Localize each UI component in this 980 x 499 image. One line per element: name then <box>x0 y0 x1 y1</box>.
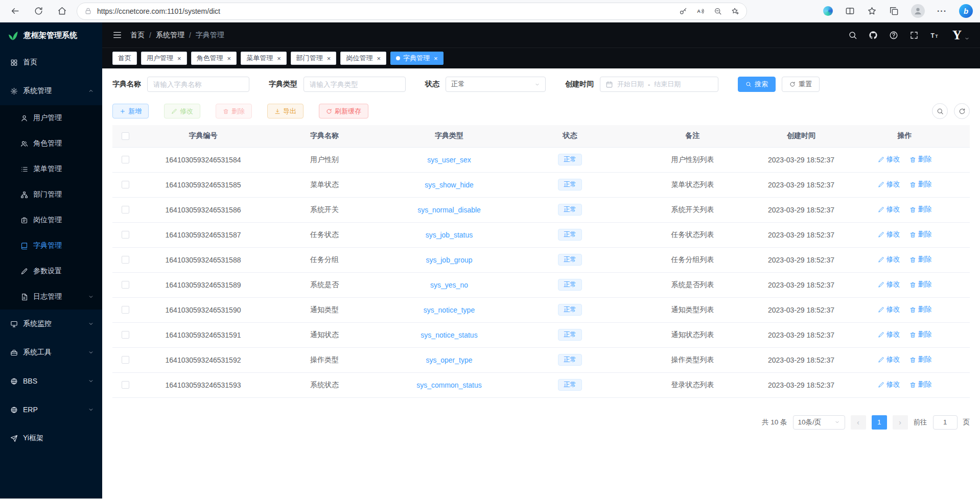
dict-type-link[interactable]: sys_normal_disable <box>417 206 481 214</box>
sidebar-item-system[interactable]: 系统管理 <box>0 77 102 105</box>
password-key-icon[interactable] <box>679 7 687 15</box>
tab-home[interactable]: 首页 <box>112 52 137 65</box>
dict-type-link[interactable]: sys_notice_status <box>421 331 477 339</box>
row-checkbox[interactable] <box>122 356 129 364</box>
browser-back-button[interactable] <box>6 3 24 20</box>
bing-chat-button[interactable]: b <box>959 4 973 18</box>
tab-close-icon[interactable]: × <box>177 55 181 62</box>
row-edit-button[interactable]: 修改 <box>878 230 900 239</box>
row-delete-button[interactable]: 删除 <box>909 205 932 214</box>
sidebar-item-dict[interactable]: 字典管理 <box>0 233 102 258</box>
date-range-picker[interactable]: 开始日期 - 结束日期 <box>600 77 718 92</box>
row-checkbox[interactable] <box>122 206 129 213</box>
dict-name-input[interactable] <box>147 77 249 92</box>
refresh-cache-button[interactable]: 刷新缓存 <box>319 104 368 118</box>
sidebar-item-user[interactable]: 用户管理 <box>0 105 102 131</box>
favorites-star-icon[interactable] <box>867 6 877 16</box>
split-screen-icon[interactable] <box>845 6 855 16</box>
prev-page-button[interactable]: ‹ <box>851 415 866 430</box>
dict-type-link[interactable]: sys_job_group <box>426 256 472 264</box>
user-menu[interactable]: Y <box>952 29 970 41</box>
tab-close-icon[interactable]: × <box>327 55 331 62</box>
row-delete-button[interactable]: 删除 <box>909 355 932 364</box>
sidebar-item-erp[interactable]: ERP <box>0 395 102 424</box>
dict-type-input[interactable] <box>304 77 406 92</box>
sidebar-item-monitor[interactable]: 系统监控 <box>0 310 102 338</box>
tab-dept[interactable]: 部门管理× <box>291 52 337 65</box>
edit-button[interactable]: 修改 <box>164 104 200 118</box>
tab-close-icon[interactable]: × <box>434 55 438 62</box>
refresh-table-button[interactable] <box>954 103 970 119</box>
dict-type-link[interactable]: sys_common_status <box>416 381 482 389</box>
breadcrumb-item-home[interactable]: 首页 <box>130 31 145 40</box>
help-button[interactable] <box>889 31 898 40</box>
tab-role[interactable]: 角色管理× <box>191 52 237 65</box>
row-edit-button[interactable]: 修改 <box>878 205 900 214</box>
dict-type-link[interactable]: sys_user_sex <box>427 156 471 164</box>
row-edit-button[interactable]: 修改 <box>878 330 900 339</box>
select-all-checkbox[interactable] <box>122 132 129 140</box>
tab-post[interactable]: 岗位管理× <box>340 52 386 65</box>
add-favorite-icon[interactable] <box>731 7 739 15</box>
fullscreen-button[interactable] <box>909 31 919 40</box>
sidebar-item-home[interactable]: 首页 <box>0 48 102 77</box>
status-select[interactable]: 正常 <box>446 77 546 92</box>
sidebar-item-post[interactable]: 岗位管理 <box>0 207 102 233</box>
sidebar-item-menu[interactable]: 菜单管理 <box>0 156 102 182</box>
row-edit-button[interactable]: 修改 <box>878 155 900 164</box>
github-button[interactable] <box>869 31 878 40</box>
dict-type-link[interactable]: sys_yes_no <box>430 281 468 289</box>
row-delete-button[interactable]: 删除 <box>909 155 932 164</box>
row-edit-button[interactable]: 修改 <box>878 380 900 389</box>
browser-home-button[interactable] <box>53 3 71 20</box>
row-delete-button[interactable]: 删除 <box>909 380 932 389</box>
add-button[interactable]: 新增 <box>112 104 149 118</box>
sidebar-item-yiframe[interactable]: Yi框架 <box>0 424 102 453</box>
row-checkbox[interactable] <box>122 381 129 389</box>
tab-user[interactable]: 用户管理× <box>141 52 187 65</box>
row-edit-button[interactable]: 修改 <box>878 255 900 264</box>
row-checkbox[interactable] <box>122 331 129 339</box>
next-page-button[interactable]: › <box>893 415 908 430</box>
sidebar-item-config[interactable]: 参数设置 <box>0 258 102 284</box>
row-checkbox[interactable] <box>122 231 129 239</box>
row-delete-button[interactable]: 删除 <box>909 305 932 314</box>
sidebar-item-log[interactable]: 日志管理 <box>0 284 102 310</box>
row-checkbox[interactable] <box>122 181 129 188</box>
tab-dict[interactable]: 字典管理× <box>390 52 444 65</box>
sidebar-item-bbs[interactable]: BBS <box>0 367 102 395</box>
row-checkbox[interactable] <box>122 256 129 264</box>
row-delete-button[interactable]: 删除 <box>909 230 932 239</box>
dict-type-link[interactable]: sys_notice_type <box>424 306 475 314</box>
dict-type-link[interactable]: sys_job_status <box>426 231 473 239</box>
tab-close-icon[interactable]: × <box>227 55 231 62</box>
read-aloud-icon[interactable] <box>696 7 705 15</box>
sidebar-item-tool[interactable]: 系统工具 <box>0 338 102 367</box>
dict-type-link[interactable]: sys_show_hide <box>425 181 474 189</box>
row-checkbox[interactable] <box>122 156 129 163</box>
page-number-button[interactable]: 1 <box>872 415 887 430</box>
row-edit-button[interactable]: 修改 <box>878 280 900 289</box>
font-size-button[interactable] <box>930 31 939 40</box>
reset-button[interactable]: 重置 <box>782 77 820 92</box>
toggle-search-button[interactable] <box>932 103 948 119</box>
browser-profile-button[interactable] <box>911 4 925 18</box>
sidebar-toggle-button[interactable] <box>112 30 122 40</box>
goto-page-input[interactable] <box>933 415 958 430</box>
extension-icon[interactable] <box>823 6 833 16</box>
page-size-select[interactable]: 10条/页 <box>793 415 845 430</box>
browser-menu-button[interactable]: ··· <box>937 7 947 16</box>
row-checkbox[interactable] <box>122 306 129 314</box>
breadcrumb-item-system[interactable]: 系统管理 <box>156 31 184 40</box>
export-button[interactable]: 导出 <box>267 104 304 118</box>
address-bar[interactable]: https://ccnetcore.com:1101/system/dict <box>77 3 747 20</box>
dict-type-link[interactable]: sys_oper_type <box>426 356 472 364</box>
row-delete-button[interactable]: 删除 <box>909 330 932 339</box>
row-edit-button[interactable]: 修改 <box>878 355 900 364</box>
search-button[interactable]: 搜索 <box>738 77 776 92</box>
row-delete-button[interactable]: 删除 <box>909 280 932 289</box>
tab-close-icon[interactable]: × <box>377 55 381 62</box>
zoom-out-icon[interactable] <box>714 7 722 15</box>
delete-button[interactable]: 删除 <box>216 104 252 118</box>
tab-close-icon[interactable]: × <box>277 55 281 62</box>
